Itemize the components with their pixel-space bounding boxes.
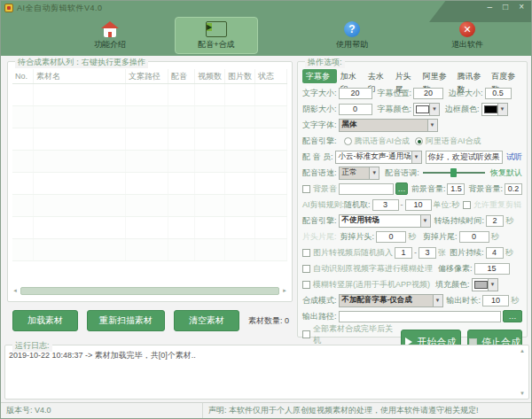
font-label: 文字字体: [302, 120, 337, 131]
subtitle-color-dropdown[interactable]: ▼ [413, 103, 440, 116]
horizontal-scrollbar[interactable]: ◂ ▸ [12, 285, 288, 296]
toolbar-label: 配音+合成 [198, 39, 234, 50]
fg-volume-input[interactable] [447, 183, 465, 195]
compose-mode-dropdown[interactable]: 不加配音字幕-仅合成▼ [339, 294, 443, 307]
reset-default-link[interactable]: 恢复默认 [490, 167, 522, 179]
chevron-down-icon: ▼ [488, 279, 497, 291]
offset-input[interactable] [474, 263, 510, 275]
tab-add-watermark[interactable]: 加水印 [337, 69, 364, 83]
pic-duration-input[interactable] [486, 247, 504, 259]
subtitle-position-input[interactable] [413, 88, 443, 99]
toolbar-button-intro[interactable]: 功能介绍 [75, 17, 145, 54]
insert-pic-checkbox[interactable] [302, 249, 310, 257]
bg-volume-input[interactable] [505, 183, 522, 195]
output-duration-input[interactable] [482, 295, 509, 306]
shutdown-label: 全部素材合成完毕后关机 [313, 323, 401, 346]
seconds-unit: 秒 [408, 231, 416, 243]
scrollbar-thumb[interactable] [20, 287, 279, 295]
maximize-button[interactable]: □ [503, 3, 508, 12]
font-dropdown[interactable]: 黑体▼ [339, 119, 438, 132]
toolbar-button-help[interactable]: ? 使用帮助 [315, 17, 389, 54]
tab-baidu-params[interactable]: 百度参数 [488, 69, 522, 83]
tab-subtitle-params[interactable]: 字幕参数 [302, 69, 337, 83]
version-label: 版本号: V4.0 [1, 403, 203, 418]
blur-subtitle-checkbox[interactable] [302, 265, 310, 273]
portrait-row: 模糊转竖屏(适用于手机APP视频) 填充颜色: ▼ [302, 277, 522, 291]
border-size-input[interactable] [485, 88, 512, 99]
font-row: 文字字体: 黑体▼ [302, 118, 522, 132]
output-duration-label: 输出时长: [447, 295, 481, 306]
tab-intro-outro[interactable]: 片头尾 [392, 69, 419, 83]
speed-dropdown[interactable]: 正常▼ [339, 167, 380, 180]
bgm-row: 背景音 … 前景音量: 背景音量: [302, 182, 522, 196]
repeat-clip-label: 允许重复剪辑 [473, 199, 521, 211]
tab-tencent-params[interactable]: 腾讯参数 [454, 69, 489, 83]
table-row [12, 151, 287, 173]
scroll-up-icon[interactable]: ▲ [520, 348, 525, 353]
speed-tone-row: 配音语速: 正常▼ 配音语调: 恢复默认 [302, 166, 522, 180]
border-color-label: 边框颜色: [445, 104, 480, 115]
insert-min-input[interactable] [395, 247, 412, 259]
rescan-material-button[interactable]: 重新扫描素材 [87, 310, 165, 331]
random-max-input[interactable] [405, 199, 432, 211]
shadow-size-input[interactable] [339, 104, 372, 115]
clear-material-button[interactable]: 清空素材 [174, 310, 239, 331]
col-image-count: 图片数 [225, 69, 255, 83]
insert-pic-label: 图片转视频后随机插入 [313, 247, 393, 259]
toolbar-button-exit[interactable]: ✕ 退出软件 [432, 17, 503, 54]
run-log-groupbox: 运行日志: 2019-10-22 10:48:37 -> 素材加载完毕，共[0]… [4, 345, 529, 400]
status-bar: 版本号: V4.0 声明: 本软件仅用于个人原创短视频素材的处理，使用本软件请遵… [1, 402, 531, 418]
transition-row: 配音引擎: 不使用转场▼ 转场持续时间: 秒 [302, 213, 522, 228]
random-min-input[interactable] [372, 199, 399, 211]
shutdown-checkbox[interactable] [302, 330, 310, 338]
preview-text-button[interactable]: 你好，欢迎试听效果 [426, 151, 503, 164]
cut-tail-input[interactable] [459, 231, 489, 243]
bgm-checkbox[interactable] [302, 185, 310, 193]
text-size-input[interactable] [339, 88, 372, 99]
repeat-clip-checkbox[interactable] [463, 201, 471, 209]
clip-rule-label: AI剪辑规则: [302, 199, 344, 211]
portrait-checkbox[interactable] [302, 281, 310, 289]
border-color-dropdown[interactable]: ▼ [481, 103, 508, 116]
minimize-button[interactable]: – [488, 3, 493, 12]
engine-row: 配音引擎: 腾讯语音AI合成 阿里语音AI合成 [302, 134, 522, 148]
transition-dropdown[interactable]: 不使用转场▼ [339, 214, 431, 228]
scroll-left-icon[interactable]: ◂ [12, 287, 19, 294]
scroll-right-icon[interactable]: ▸ [281, 287, 288, 294]
insert-max-input[interactable] [419, 247, 436, 259]
insert-pic-row: 图片转视频后随机插入 - 张 图片持续: 秒 [302, 245, 522, 260]
bgm-path-input[interactable] [339, 183, 394, 195]
vertical-scrollbar[interactable]: ▲ ▼ [518, 348, 527, 396]
blur-subtitle-label: 自动识别原视频字幕进行模糊处理 [313, 263, 433, 275]
toolbar-button-dub-compose[interactable]: ▶ 配音+合成 [175, 17, 258, 54]
exit-icon: ✕ [459, 21, 475, 37]
tencent-engine-radio[interactable] [344, 137, 352, 145]
fill-color-dropdown[interactable]: ▼ [472, 278, 498, 291]
audition-link[interactable]: 试听 [506, 151, 522, 163]
material-table[interactable]: No. 素材名 文案路径 配音 视频数 图片数 状态 [12, 69, 287, 280]
white-swatch [416, 105, 429, 113]
actor-row: 配 音 员: 小云-标准女声-通用场景▼ 你好，欢迎试听效果 试听 [302, 150, 522, 164]
tab-ali-params[interactable]: 阿里参数 [419, 69, 454, 83]
transition-time-input[interactable] [486, 215, 504, 227]
bgm-browse-button[interactable]: … [395, 182, 408, 195]
scroll-down-icon[interactable]: ▼ [520, 391, 525, 396]
toolbar-label: 使用帮助 [336, 39, 368, 50]
output-path-input[interactable] [339, 311, 501, 322]
unit-seconds-label: 单位:秒 [434, 199, 460, 211]
ali-engine-radio[interactable] [415, 137, 423, 145]
tone-label: 配音语调: [385, 167, 419, 179]
tab-remove-watermark[interactable]: 去水印 [364, 69, 392, 83]
tencent-engine-label: 腾讯语音AI合成 [355, 136, 411, 147]
cut-head-input[interactable] [376, 231, 406, 243]
border-size-label: 边框大小: [449, 88, 483, 99]
tone-slider[interactable] [423, 168, 485, 177]
output-browse-button[interactable]: … [503, 310, 522, 322]
seconds-unit: 秒 [511, 295, 519, 306]
close-button[interactable]: × [519, 3, 524, 12]
load-material-button[interactable]: 加载素材 [12, 310, 78, 331]
log-content: 2019-10-22 10:48:37 -> 素材加载完毕，共[0]个素材.. [9, 350, 516, 395]
chevron-down-icon: ▼ [433, 295, 442, 306]
slider-thumb[interactable] [450, 168, 457, 177]
voice-actor-dropdown[interactable]: 小云-标准女声-通用场景▼ [335, 151, 422, 164]
